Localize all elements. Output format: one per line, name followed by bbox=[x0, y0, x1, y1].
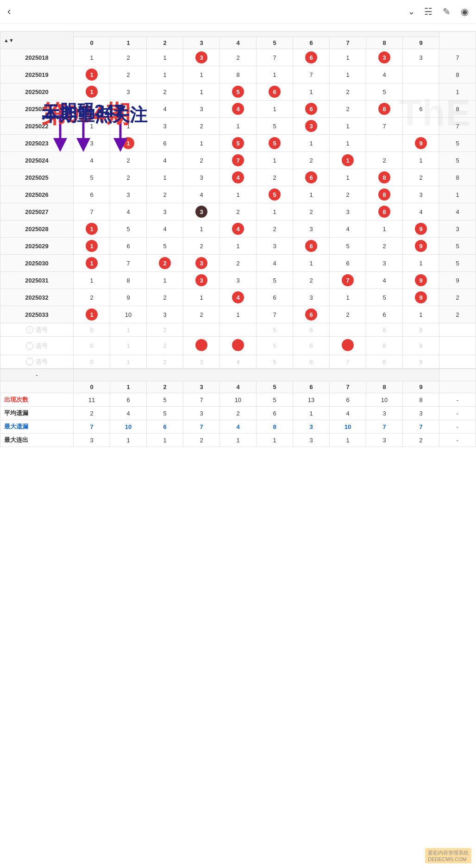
issue-cell: 2025027 bbox=[0, 203, 74, 220]
val-cell: 1 bbox=[74, 49, 110, 66]
he-val-cell: 2 bbox=[439, 289, 476, 306]
val-cell: 6 bbox=[330, 255, 366, 272]
radio-button[interactable] bbox=[26, 326, 33, 333]
val-cell: 2 bbox=[366, 152, 403, 169]
main-table: ▲▼ 0 1 2 3 4 5 6 7 8 9 20250181213276133… bbox=[0, 31, 476, 369]
stat-val-cell: 13 bbox=[293, 393, 330, 407]
stat-val-cell: 8 bbox=[257, 420, 293, 434]
val-cell: 5 bbox=[220, 83, 257, 101]
select-label-cell[interactable]: 选号 bbox=[0, 355, 74, 369]
val-cell: 1 bbox=[403, 306, 439, 323]
he-val-cell: 1 bbox=[439, 186, 476, 203]
val-cell: 5 bbox=[257, 272, 293, 289]
col-7: 7 bbox=[330, 37, 366, 49]
edit-icon[interactable]: ✎ bbox=[443, 6, 451, 17]
val-cell: 3 bbox=[110, 186, 147, 203]
val-cell: 3 bbox=[183, 49, 220, 66]
val-cell: 2 bbox=[293, 152, 330, 169]
period-col-header: ▲▼ bbox=[0, 32, 74, 49]
stat-val-cell: 7 bbox=[403, 420, 439, 434]
select-val-cell: 6 bbox=[293, 355, 330, 369]
select-val-cell bbox=[330, 337, 366, 355]
val-cell: 6 bbox=[293, 101, 330, 118]
val-cell: 3 bbox=[293, 118, 330, 135]
val-cell: 3 bbox=[366, 49, 403, 66]
val-cell: 1 bbox=[330, 289, 366, 306]
val-cell: 9 bbox=[403, 238, 439, 255]
select-val-cell: 8 bbox=[366, 323, 403, 337]
select-val-cell: 9 bbox=[403, 323, 439, 337]
stat-val-cell: 7 bbox=[183, 420, 220, 434]
val-cell: 2 bbox=[147, 255, 183, 272]
val-cell: 4 bbox=[220, 220, 257, 238]
select-val-cell: 1 bbox=[110, 323, 147, 337]
val-cell: 5 bbox=[220, 135, 257, 152]
val-cell: 8 bbox=[110, 272, 147, 289]
val-cell: 8 bbox=[220, 66, 257, 83]
val-cell: 8 bbox=[366, 203, 403, 220]
val-cell: 6 bbox=[257, 83, 293, 101]
stats-section-title bbox=[74, 369, 439, 381]
stats-dash: - bbox=[0, 369, 74, 381]
stat-row: 最大连出3112113132- bbox=[0, 434, 476, 447]
select-val-cell: 6 bbox=[293, 337, 330, 355]
he-val-cell: 4 bbox=[439, 203, 476, 220]
he-val-cell: 2 bbox=[439, 306, 476, 323]
val-cell bbox=[403, 83, 439, 101]
val-cell: 4 bbox=[220, 289, 257, 306]
val-cell: 4 bbox=[74, 152, 110, 169]
stat-val-cell: 4 bbox=[220, 420, 257, 434]
stat-val-cell: 3 bbox=[293, 420, 330, 434]
stat-val-cell: 5 bbox=[147, 407, 183, 420]
val-cell: 2 bbox=[330, 186, 366, 203]
stat-val-cell: 7 bbox=[183, 393, 220, 407]
val-cell: 3 bbox=[257, 238, 293, 255]
stat-val-cell: 4 bbox=[330, 407, 366, 420]
val-cell: 7 bbox=[110, 255, 147, 272]
val-cell: 1 bbox=[74, 272, 110, 289]
issue-cell: 2025020 bbox=[0, 83, 74, 101]
val-cell: 5 bbox=[366, 83, 403, 101]
val-cell: 2 bbox=[110, 152, 147, 169]
val-cell: 2 bbox=[74, 289, 110, 306]
stat-val-cell: 1 bbox=[110, 434, 147, 447]
val-cell: 1 bbox=[74, 255, 110, 272]
val-cell: 6 bbox=[257, 289, 293, 306]
he-val-cell: 3 bbox=[439, 220, 476, 238]
val-cell: 6 bbox=[293, 238, 330, 255]
copy-icon[interactable]: ☵ bbox=[424, 6, 432, 17]
val-cell: 2 bbox=[110, 169, 147, 186]
table-row: 20250201321561251 bbox=[0, 83, 476, 101]
val-cell: 5 bbox=[147, 238, 183, 255]
stat-val-cell: 3 bbox=[74, 434, 110, 447]
issue-cell: 2025018 bbox=[0, 49, 74, 66]
table-row: 202502442427121215 bbox=[0, 152, 476, 169]
radio-button[interactable] bbox=[26, 342, 33, 350]
radio-button[interactable] bbox=[26, 358, 33, 365]
dropdown-icon[interactable]: ⌄ bbox=[408, 6, 415, 17]
select-label-cell[interactable]: 选号 bbox=[0, 337, 74, 355]
val-cell: 7 bbox=[366, 118, 403, 135]
select-val-cell bbox=[183, 323, 220, 337]
select-val-cell bbox=[220, 323, 257, 337]
he-val-cell: 5 bbox=[439, 238, 476, 255]
val-cell: 3 bbox=[403, 186, 439, 203]
val-cell: 2 bbox=[330, 83, 366, 101]
stats-table: - 0 1 2 3 4 5 6 7 8 9 出现次数11657105136108… bbox=[0, 369, 476, 447]
back-button[interactable]: ‹ bbox=[7, 6, 11, 18]
val-cell: 1 bbox=[74, 118, 110, 135]
select-label-cell[interactable]: 选号 bbox=[0, 323, 74, 337]
stat-val-cell: 3 bbox=[183, 407, 220, 420]
header: ‹ ⌄ ☵ ✎ ◉ bbox=[0, 0, 476, 24]
val-cell: 1 bbox=[183, 289, 220, 306]
stat-val-cell: 3 bbox=[366, 407, 403, 420]
notice-bar bbox=[0, 24, 476, 31]
val-cell: 4 bbox=[403, 203, 439, 220]
camera-icon[interactable]: ◉ bbox=[461, 6, 469, 17]
val-cell: 2 bbox=[147, 289, 183, 306]
val-cell: 5 bbox=[330, 238, 366, 255]
val-cell: 7 bbox=[74, 203, 110, 220]
stat-label-cell: 最大连出 bbox=[0, 434, 74, 447]
issue-cell: 2025024 bbox=[0, 152, 74, 169]
select-val-cell: 5 bbox=[257, 355, 293, 369]
